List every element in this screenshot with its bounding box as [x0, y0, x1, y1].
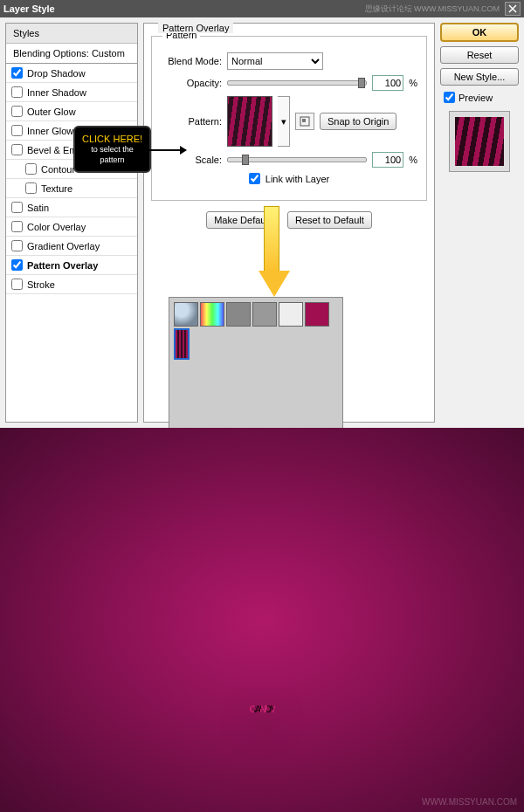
ok-button[interactable]: OK [440, 23, 519, 42]
pattern-swatch[interactable] [227, 96, 272, 147]
candy-text: CANDY [249, 619, 274, 736]
style-stroke[interactable]: Stroke [6, 275, 137, 294]
blending-options-row[interactable]: Blending Options: Custom [6, 44, 137, 64]
styles-panel: Styles Blending Options: Custom Drop Sha… [5, 23, 138, 423]
checkbox[interactable] [11, 67, 23, 79]
arrow-icon [149, 149, 186, 151]
titlebar: Layer Style 思缘设计论坛 WWW.MISSYUAN.COM [0, 0, 524, 17]
tooltip-line3: pattern [82, 155, 142, 166]
style-label: Gradient Overlay [27, 241, 100, 251]
checkbox[interactable] [11, 240, 23, 251]
section-title: Pattern Overlay [158, 23, 233, 33]
new-style-button[interactable]: New Style... [440, 68, 519, 86]
pattern-swatch-item-selected[interactable] [174, 328, 190, 360]
pattern-fieldset: Pattern CLICK HERE! to select the patter… [151, 36, 427, 201]
tooltip-line1: CLICK HERE! [82, 133, 142, 145]
scale-input[interactable] [372, 152, 403, 168]
style-outer-glow[interactable]: Outer Glow [6, 102, 137, 121]
watermark-text: 思缘设计论坛 WWW.MISSYUAN.COM [365, 3, 500, 15]
style-inner-shadow[interactable]: Inner Shadow [6, 83, 137, 102]
preview-checkbox[interactable] [444, 92, 455, 103]
link-row: Link with Layer [161, 173, 417, 184]
yellow-arrow-icon [259, 206, 285, 302]
default-buttons-row: Make Default Reset to Default [151, 211, 427, 229]
checkbox[interactable] [11, 279, 23, 290]
result-watermark: WWW.MISSYUAN.COM [422, 797, 517, 807]
style-label: Outer Glow [27, 107, 76, 117]
style-label: Drop Shadow [27, 68, 86, 79]
opacity-row: Opacity: % [161, 75, 417, 91]
checkbox[interactable] [25, 163, 37, 175]
style-label: Pattern Overlay [27, 260, 98, 271]
opacity-slider[interactable] [227, 80, 367, 86]
picker-empty-area [173, 361, 339, 437]
styles-header[interactable]: Styles [6, 24, 137, 44]
pattern-swatch-item[interactable] [174, 302, 198, 327]
checkbox[interactable] [11, 221, 23, 232]
style-color-overlay[interactable]: Color Overlay [6, 217, 137, 237]
right-panel: OK Reset New Style... Preview [440, 23, 519, 423]
tooltip-line2: to select the [82, 145, 142, 155]
pattern-picker-popup [169, 297, 343, 442]
scale-slider[interactable] [227, 157, 367, 162]
checkbox[interactable] [11, 125, 23, 136]
preview-box [449, 111, 510, 172]
chevron-down-icon[interactable]: ▾ [278, 96, 290, 147]
style-label: Contour [41, 164, 75, 175]
dialog-body: Styles Blending Options: Custom Drop Sha… [0, 17, 524, 428]
style-label: Color Overlay [27, 222, 86, 232]
result-preview-image: CANDY WWW.MISSYUAN.COM [0, 428, 524, 812]
checkbox[interactable] [25, 182, 37, 194]
checkbox[interactable] [11, 106, 23, 117]
pattern-row: Pattern: ▾ Snap to Origin [161, 96, 417, 147]
close-icon[interactable] [505, 2, 521, 16]
percent-label: % [409, 155, 417, 165]
style-drop-shadow[interactable]: Drop Shadow [6, 64, 137, 83]
reset-button[interactable]: Reset [440, 46, 519, 64]
blend-mode-select[interactable]: Normal [227, 52, 323, 70]
style-label: Satin [27, 203, 49, 213]
preview-check-row: Preview [444, 92, 519, 103]
scale-label: Scale: [161, 155, 222, 165]
reset-default-button[interactable]: Reset to Default [287, 211, 372, 229]
style-label: Stroke [27, 279, 55, 290]
opacity-input[interactable] [372, 75, 403, 91]
style-satin[interactable]: Satin [6, 198, 137, 217]
pattern-swatch-item[interactable] [226, 302, 251, 327]
tooltip-callout: CLICK HERE! to select the pattern [73, 126, 151, 173]
percent-label: % [409, 78, 417, 88]
swatch-row [173, 301, 339, 327]
style-gradient-overlay[interactable]: Gradient Overlay [6, 237, 137, 256]
blend-mode-label: Blend Mode: [161, 56, 222, 66]
checkbox[interactable] [11, 86, 23, 98]
opacity-label: Opacity: [161, 78, 222, 88]
style-label: Texture [41, 183, 72, 194]
style-pattern-overlay[interactable]: Pattern Overlay [6, 256, 137, 275]
dialog-title: Layer Style [3, 3, 55, 14]
center-panel: Pattern Overlay Pattern CLICK HERE! to s… [143, 23, 435, 423]
checkbox[interactable] [11, 202, 23, 213]
style-texture[interactable]: Texture [6, 179, 137, 198]
style-label: Inner Glow [27, 126, 73, 136]
svg-rect-1 [302, 119, 306, 122]
pattern-swatch-item[interactable] [305, 302, 329, 327]
snap-to-origin-button[interactable]: Snap to Origin [320, 113, 396, 130]
preview-thumbnail [455, 117, 504, 166]
new-pattern-icon[interactable] [295, 113, 314, 130]
scale-row: Scale: % [161, 152, 417, 168]
preview-label: Preview [458, 93, 493, 103]
pattern-swatch-item[interactable] [200, 302, 224, 327]
link-checkbox[interactable] [249, 173, 260, 184]
checkbox[interactable] [11, 144, 23, 155]
checkbox[interactable] [11, 259, 23, 271]
blend-mode-row: Blend Mode: Normal [161, 52, 417, 70]
pattern-label: Pattern: [161, 116, 222, 127]
style-label: Inner Shadow [27, 87, 86, 98]
link-label: Link with Layer [265, 174, 329, 184]
swatch-row [173, 327, 339, 361]
